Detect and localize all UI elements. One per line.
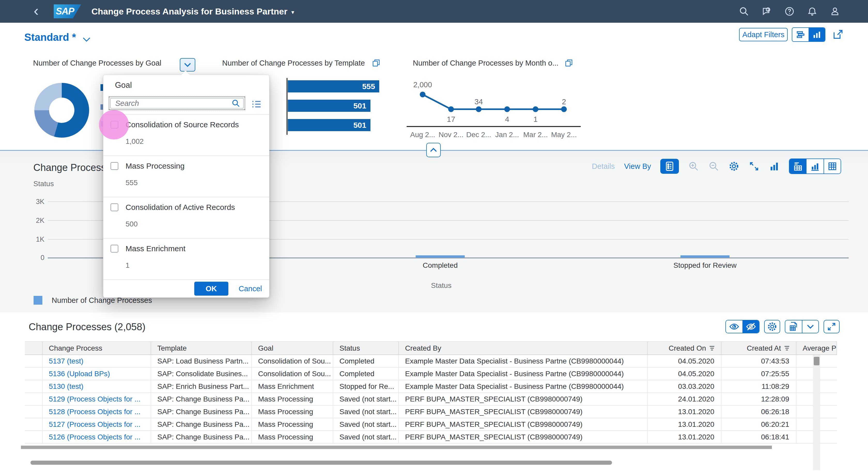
hide-details-eye-off-icon[interactable] <box>742 320 759 333</box>
change-process-link[interactable]: 5137 (test) <box>43 355 151 367</box>
line-point[interactable] <box>476 106 482 112</box>
vertical-scrollbar-thumb[interactable] <box>814 357 819 365</box>
change-process-link[interactable]: 5126 (Process Objects for ... <box>43 431 151 443</box>
status-bar-completed[interactable] <box>416 255 465 258</box>
table-row[interactable]: 5136 (Upload BPs) SAP: Consolidate Busin… <box>25 368 837 380</box>
checkbox[interactable] <box>111 203 118 211</box>
collapse-filter-bar-button[interactable] <box>426 143 441 157</box>
table-row[interactable]: 5127 (Process Objects for ... SAP: Chang… <box>25 418 837 431</box>
template-bar[interactable]: 555 <box>288 80 379 93</box>
change-process-link[interactable]: 5130 (test) <box>43 380 151 393</box>
column-header[interactable]: Created At <box>721 342 797 354</box>
settings-gear-icon[interactable] <box>728 161 739 172</box>
row-selector-cell[interactable] <box>25 393 43 405</box>
chart-table-view-switch[interactable] <box>789 159 841 174</box>
details-link[interactable]: Details <box>592 162 615 171</box>
feedback-icon[interactable] <box>762 6 772 16</box>
table-row[interactable]: 5137 (test) SAP: Load Business Partn... … <box>25 355 837 368</box>
checkbox[interactable] <box>111 162 118 170</box>
goal-option[interactable]: Mass Enrichment 1 <box>103 239 269 280</box>
show-filter-bar-icon[interactable] <box>792 28 809 41</box>
legend-toggle-button[interactable] <box>660 159 679 174</box>
show-charts-icon[interactable] <box>809 28 825 41</box>
column-header[interactable]: Change Process <box>43 342 151 354</box>
template-bar[interactable]: 501 <box>288 119 370 131</box>
column-header[interactable]: Average Pr <box>797 342 837 354</box>
popup-footer: OK Cancel <box>103 279 269 298</box>
column-header[interactable]: Goal <box>252 342 333 354</box>
row-selector-cell[interactable] <box>25 431 43 443</box>
export-spreadsheet-icon[interactable] <box>785 320 802 333</box>
search-input[interactable] <box>111 99 231 108</box>
filter-chart-toggle[interactable] <box>792 27 826 42</box>
line-point[interactable] <box>420 92 426 97</box>
table-row[interactable]: 5128 (Process Objects for ... SAP: Chang… <box>25 406 837 418</box>
variant-selector[interactable]: Standard * <box>24 32 91 43</box>
row-selector-cell[interactable] <box>25 368 43 380</box>
chart-view-icon[interactable] <box>807 159 824 173</box>
line-point[interactable] <box>504 106 510 112</box>
goal-option[interactable]: Consolidation of Active Records 500 <box>103 197 269 239</box>
goal-donut-chart[interactable] <box>34 83 89 138</box>
search-icon[interactable] <box>739 6 749 16</box>
table-toolbar <box>725 320 840 333</box>
horizontal-scrollbar-thumb[interactable] <box>30 461 612 465</box>
help-icon[interactable] <box>784 6 795 16</box>
template-bar[interactable]: 501 <box>288 100 370 112</box>
table-bottom-scrollbar[interactable] <box>21 446 772 449</box>
column-header[interactable]: Status <box>333 342 399 354</box>
row-selector-cell[interactable] <box>25 418 43 430</box>
change-process-link[interactable]: 5129 (Process Objects for ... <box>43 393 151 405</box>
fullscreen-icon[interactable] <box>749 161 760 172</box>
zoom-out-icon[interactable] <box>708 161 719 172</box>
cancel-button[interactable]: Cancel <box>239 284 262 293</box>
goal-option[interactable]: Mass Processing 555 <box>103 156 269 197</box>
show-details-eye-icon[interactable] <box>726 320 742 333</box>
row-selector-cell[interactable] <box>25 380 43 393</box>
line-point[interactable] <box>533 106 538 112</box>
share-icon[interactable] <box>832 28 844 40</box>
zoom-in-icon[interactable] <box>688 161 699 172</box>
table-row[interactable]: 5126 (Process Objects for ... SAP: Chang… <box>25 431 837 444</box>
clone-icon[interactable] <box>372 59 380 68</box>
table-row[interactable]: 5129 (Process Objects for ... SAP: Chang… <box>25 393 837 406</box>
status-bar-stopped[interactable] <box>680 255 730 258</box>
table-row[interactable]: 5130 (test) SAP: Enrich Business Part...… <box>25 380 837 393</box>
show-hide-details-toggle[interactable] <box>725 320 760 333</box>
change-process-link[interactable]: 5127 (Process Objects for ... <box>43 418 151 430</box>
value-help-list-icon[interactable] <box>251 100 262 109</box>
table-view-icon[interactable] <box>824 159 841 173</box>
back-icon[interactable]: ‹ <box>29 2 43 20</box>
view-by-link[interactable]: View By <box>624 162 651 171</box>
line-point[interactable] <box>448 106 454 112</box>
goal-filter-dropdown-button[interactable] <box>180 58 195 71</box>
chart-type-icon[interactable] <box>769 161 780 172</box>
column-header[interactable]: Template <box>151 342 252 354</box>
selector-column-header[interactable] <box>25 342 43 354</box>
table-fullscreen-icon[interactable] <box>824 320 840 333</box>
search-icon[interactable] <box>231 99 240 108</box>
row-selector-cell[interactable] <box>25 406 43 418</box>
goal-option[interactable]: Consolidation of Source Records 1,002 <box>103 115 269 156</box>
ok-button[interactable]: OK <box>194 282 228 296</box>
column-header[interactable]: Created On <box>648 342 721 354</box>
notifications-icon[interactable] <box>807 6 817 16</box>
vertical-scrollbar-track[interactable] <box>813 355 820 470</box>
row-selector-cell[interactable] <box>25 355 43 367</box>
column-header[interactable]: Created By <box>399 342 648 354</box>
chart-and-table-view-icon[interactable] <box>789 159 807 173</box>
export-menu-chevron-icon[interactable] <box>802 320 818 333</box>
checkbox[interactable] <box>111 121 118 129</box>
change-process-link[interactable]: 5128 (Process Objects for ... <box>43 406 151 418</box>
table-settings-gear-icon[interactable] <box>764 320 780 333</box>
line-point[interactable] <box>561 106 567 112</box>
clone-icon[interactable] <box>565 59 573 68</box>
adapt-filters-button[interactable]: Adapt Filters <box>739 28 788 41</box>
template-cell: SAP: Change Business Pa... <box>151 393 252 405</box>
checkbox[interactable] <box>111 245 118 252</box>
app-title[interactable]: Change Process Analysis for Business Par… <box>91 0 294 23</box>
sap-logo[interactable]: SAP <box>54 4 81 18</box>
change-process-link[interactable]: 5136 (Upload BPs) <box>43 368 151 380</box>
user-icon[interactable] <box>830 6 840 16</box>
export-split-button[interactable] <box>785 320 819 333</box>
